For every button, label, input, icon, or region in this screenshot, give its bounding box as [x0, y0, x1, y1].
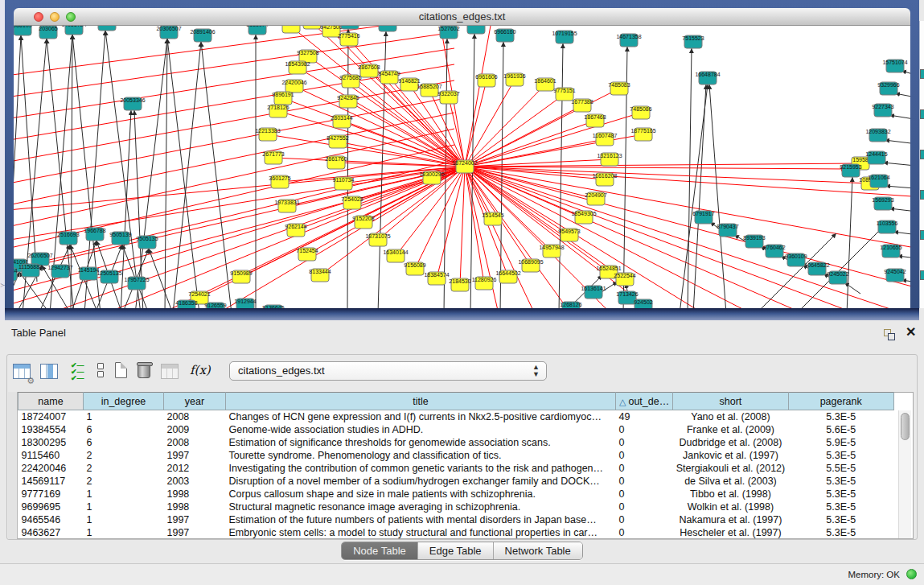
- table-cell[interactable]: 19384554: [18, 423, 84, 436]
- table-row[interactable]: 1938455462009Genome-wide association stu…: [18, 423, 894, 436]
- table-cell[interactable]: 22420046: [18, 462, 84, 475]
- table-cell[interactable]: 0: [616, 449, 673, 462]
- table-cell[interactable]: 18300295: [18, 436, 84, 449]
- table-cell[interactable]: 1: [84, 488, 164, 501]
- table-cell[interactable]: 1997: [164, 449, 226, 462]
- table-row[interactable]: 977716911998Corpus callosum shape and si…: [18, 488, 894, 501]
- graph-edge[interactable]: [889, 115, 910, 121]
- table-cell[interactable]: 2008: [164, 410, 226, 424]
- graph-edge[interactable]: [465, 167, 752, 308]
- select-all-rows-button[interactable]: ✔—✔—✔—: [68, 360, 90, 383]
- table-cell[interactable]: 1: [84, 501, 164, 513]
- table-cell[interactable]: 5.6E-5: [788, 423, 893, 436]
- graph-edge[interactable]: [48, 167, 465, 308]
- table-cell[interactable]: 1997: [164, 513, 226, 526]
- graph-edge[interactable]: [161, 167, 465, 308]
- table-cell[interactable]: 5.3E-5: [788, 475, 893, 488]
- table-cell[interactable]: Tibbo et al. (1998): [673, 488, 789, 501]
- graph-edge[interactable]: [14, 80, 454, 163]
- table-row[interactable]: 946554611997Estimation of the future num…: [18, 513, 894, 526]
- table-cell[interactable]: 0: [616, 501, 673, 513]
- graph-edge[interactable]: [165, 39, 167, 308]
- function-builder-button[interactable]: f(x): [188, 360, 211, 383]
- table-settings-button[interactable]: ⚙: [11, 360, 34, 383]
- table-cell[interactable]: 49: [616, 410, 673, 424]
- table-cell[interactable]: 0: [616, 526, 673, 539]
- table-cell[interactable]: 2008: [164, 436, 226, 449]
- column-header-out_de[interactable]: △out_de…: [616, 393, 673, 410]
- graph-edge[interactable]: [847, 177, 852, 308]
- table-cell[interactable]: Hescheler et al. (1997): [673, 526, 789, 539]
- graph-edge[interactable]: [14, 113, 454, 207]
- tab-node-table[interactable]: Node Table: [342, 542, 417, 559]
- table-cell[interactable]: de Silva et al. (2003): [673, 475, 789, 488]
- table-cell[interactable]: 18724007: [18, 410, 84, 424]
- tab-edge-table[interactable]: Edge Table: [417, 542, 493, 559]
- vertical-scrollbar[interactable]: [898, 410, 911, 538]
- table-cell[interactable]: 5.3E-5: [788, 449, 893, 462]
- graph-edge[interactable]: [883, 163, 910, 167]
- table-cell[interactable]: 0: [616, 488, 673, 501]
- table-cell[interactable]: Embryonic stem cells: a model to study s…: [226, 526, 616, 539]
- table-cell[interactable]: 5.3E-5: [788, 501, 893, 513]
- row-options-button[interactable]: [90, 360, 113, 383]
- graph-edge[interactable]: [885, 140, 910, 145]
- graph-edge[interactable]: [688, 48, 692, 308]
- table-cell[interactable]: Genome-wide association studies in ADHD.: [226, 423, 616, 436]
- table-cell[interactable]: 5.3E-5: [788, 513, 893, 526]
- table-cell[interactable]: 6: [84, 423, 164, 436]
- table-cell[interactable]: Nakamura et al. (1997): [673, 513, 789, 526]
- table-cell[interactable]: Franke et al. (2009): [673, 423, 789, 436]
- table-cell[interactable]: 2: [84, 449, 164, 462]
- table-cell[interactable]: 0: [616, 462, 673, 475]
- table-cell[interactable]: 5.3E-5: [788, 410, 893, 424]
- graph-edge[interactable]: [885, 186, 910, 189]
- table-cell[interactable]: 14569117: [18, 475, 84, 488]
- table-cell[interactable]: 9777169: [18, 488, 84, 501]
- table-cell[interactable]: 1: [84, 410, 164, 424]
- graph-node[interactable]: [467, 26, 485, 34]
- table-cell[interactable]: 0: [616, 436, 673, 449]
- table-cell[interactable]: 9463627: [18, 526, 84, 539]
- table-cell[interactable]: 0: [616, 513, 673, 526]
- graph-node[interactable]: [282, 26, 300, 33]
- table-cell[interactable]: 9465546: [18, 513, 84, 526]
- table-cell[interactable]: 0: [616, 475, 673, 488]
- table-cell[interactable]: Structural magnetic resonance image aver…: [226, 501, 616, 513]
- graph-edge[interactable]: [709, 84, 726, 308]
- table-cell[interactable]: 5.9E-5: [788, 436, 893, 449]
- table-row[interactable]: 911546021997Tourette syndrome. Phenomeno…: [18, 449, 894, 462]
- graph-node[interactable]: [341, 26, 359, 29]
- graph-node[interactable]: [379, 26, 396, 31]
- table-row[interactable]: 1830029562008Estimation of significance …: [18, 436, 894, 449]
- table-cell[interactable]: 2: [84, 462, 164, 475]
- table-cell[interactable]: Estimation of significance thresholds fo…: [226, 436, 616, 449]
- table-cell[interactable]: Corpus callosum shape and size in male p…: [226, 488, 616, 501]
- create-table-button[interactable]: [111, 360, 133, 383]
- table-row[interactable]: 1872400712008Changes of HCN gene express…: [18, 410, 894, 424]
- delete-table-button[interactable]: [133, 360, 156, 383]
- table-cell[interactable]: Dudbridge et al. (2008): [673, 436, 789, 449]
- table-cell[interactable]: 1998: [164, 501, 226, 513]
- table-cell[interactable]: 2012: [164, 462, 226, 475]
- table-row[interactable]: 946362711997Embryonic stem cells: a mode…: [18, 526, 894, 539]
- table-cell[interactable]: 9699695: [18, 501, 84, 513]
- graph-edge[interactable]: [465, 167, 552, 251]
- node-table[interactable]: namein_degreeyeartitle△out_de…shortpager…: [18, 392, 894, 539]
- graph-edge[interactable]: [149, 249, 173, 308]
- table-cell[interactable]: Estimation of the future numbers of pati…: [226, 513, 616, 526]
- table-row[interactable]: 969969511998Structural magnetic resonanc…: [18, 501, 894, 513]
- column-header-in_degree[interactable]: in_degree: [84, 393, 164, 410]
- scrollbar-thumb[interactable]: [901, 413, 910, 440]
- graph-edge[interactable]: [680, 84, 708, 308]
- network-window-titlebar[interactable]: citations_edges.txt: [14, 8, 910, 26]
- graph-edge[interactable]: [465, 121, 595, 167]
- table-cell[interactable]: 5.5E-5: [788, 462, 893, 475]
- table-cell[interactable]: 5.3E-5: [788, 488, 893, 501]
- graph-edge[interactable]: [465, 94, 565, 167]
- graph-edge[interactable]: [693, 84, 706, 308]
- table-cell[interactable]: 1997: [164, 526, 226, 539]
- graph-edge[interactable]: [465, 167, 569, 235]
- table-row[interactable]: 1456911722003Disruption of a novel membe…: [18, 475, 894, 488]
- float-panel-icon[interactable]: [884, 329, 897, 341]
